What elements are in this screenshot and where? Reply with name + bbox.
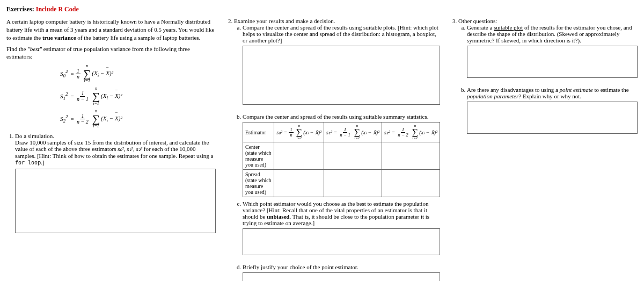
th-s1: s₁² = 1n − 1 n∑i=1 (xᵢ − x̄)² <box>324 123 382 142</box>
cell-spread-s0[interactable] <box>274 170 324 197</box>
term-open: (X <box>101 92 106 99</box>
f-num: 1 <box>401 127 406 133</box>
cell-spread-s1[interactable] <box>324 170 382 197</box>
formula-block: S02 = 1n n∑i=1 (Xi − X)² S12 = 1n − 1 n∑… <box>60 64 216 128</box>
q3b-input[interactable] <box>467 102 638 134</box>
term-minus: − <box>108 92 115 99</box>
eq: = <box>70 70 74 77</box>
stat-table: Estimator s₀² = 1n n∑i=1 (xᵢ − x̄)² <box>243 122 440 197</box>
s-bot: i=1 <box>296 136 302 140</box>
page-title: Exercises: Include R Code <box>6 5 638 13</box>
th-s2: s₂² = 1n − 2 n∑i=1 (xᵢ − x̄)² <box>382 123 440 142</box>
th-s0: s₀² = 1n n∑i=1 (xᵢ − x̄)² <box>274 123 324 142</box>
s0-sup: 2 <box>65 69 68 74</box>
q3b-b: to estimate the <box>593 87 629 93</box>
sum-bot: i=1 <box>84 79 90 83</box>
q1-code-input[interactable] <box>15 169 216 233</box>
q1-s0: s₀² <box>118 146 124 152</box>
q3a-input[interactable] <box>467 46 638 78</box>
question-2-list: Examine your results and make a decision… <box>225 18 440 281</box>
sum-bot: i=1 <box>93 124 99 128</box>
cell-center-s0[interactable] <box>274 142 324 170</box>
cell-center-s1[interactable] <box>324 142 382 170</box>
f-den: n − 1 <box>339 133 352 138</box>
sigma-icon: ∑ <box>92 113 100 124</box>
q2b: Compare the center and spread of the res… <box>243 113 440 197</box>
frac-den: n − 2 <box>76 119 90 125</box>
q3a: Generate a suitable plot of the results … <box>467 24 638 83</box>
q3b-em2: population parameter <box>467 93 518 99</box>
est-s1-lhs: s₁² = <box>326 129 337 135</box>
q3b-em1: point estimate <box>560 87 593 93</box>
q1-mono: for loop <box>15 160 41 165</box>
table-row-header: Estimator s₀² = 1n n∑i=1 (xᵢ − x̄)² <box>243 123 440 142</box>
q2c: Which point estimator would you choose a… <box>243 200 440 261</box>
est-s0-lhs: s₀² = <box>276 129 287 135</box>
q3a-a: Generate a <box>467 24 494 31</box>
q1-s2: s₂² <box>136 146 142 152</box>
sigma-icon: ∑ <box>83 68 91 79</box>
frac-den: n <box>76 74 80 80</box>
f-num: 1 <box>289 127 294 133</box>
question-2: Examine your results and make a decision… <box>234 18 440 281</box>
eq: = <box>70 116 74 122</box>
q3-sublist: Generate a suitable plot of the results … <box>458 24 638 139</box>
row-center-label: Center (state which measure you used) <box>243 142 274 170</box>
table-row-spread: Spread (state which measure you used) <box>243 170 440 197</box>
s-bot: i=1 <box>354 136 360 140</box>
intro-text-1b: of the battery life using a sample of la… <box>76 34 201 41</box>
q2a-text: Compare the center and spread of the res… <box>243 24 438 44</box>
cell-center-s2[interactable] <box>382 142 440 170</box>
q2d: Briefly justify your choice of the point… <box>243 264 440 281</box>
q2a: Compare the center and spread of the res… <box>243 24 440 110</box>
q2c-input[interactable] <box>243 228 440 255</box>
sigma-icon: ∑ <box>354 128 360 136</box>
s2-sup: 2 <box>65 114 68 119</box>
q1-s1: s₁² <box>127 146 133 152</box>
title-suffix: Include R Code <box>36 5 79 13</box>
formula-s1: S12 = 1n − 1 n∑i=1 (Xi − X)² <box>60 87 216 106</box>
q2b-text: Compare the center and spread of the res… <box>243 113 428 120</box>
sum-bot: i=1 <box>93 102 99 106</box>
q1-label: Do a simulation. <box>15 133 54 139</box>
q2c-bold: unbiased <box>267 213 289 220</box>
term-xbar: X <box>115 92 119 99</box>
s1-sup: 2 <box>65 91 68 97</box>
column-right: Other questions: Generate a suitable plo… <box>450 18 638 281</box>
title-prefix: Exercises: <box>6 5 34 13</box>
intro-paragraph-2: Find the "best" estimator of true popula… <box>6 45 216 61</box>
est-term: (xᵢ − x̄)² <box>303 129 321 135</box>
intro-paragraph-1: A certain laptop computer battery is his… <box>6 18 216 42</box>
question-3-list: Other questions: Generate a suitable plo… <box>450 18 638 139</box>
term-close: )² <box>109 70 113 76</box>
q3a-u: suitable plot <box>494 24 523 31</box>
column-middle: Examine your results and make a decision… <box>225 18 440 281</box>
sigma-icon: ∑ <box>92 91 100 102</box>
f-den: n − 2 <box>397 133 409 138</box>
f-den: n <box>289 133 294 138</box>
q3b-a: Are there any disadvantages to using a <box>467 87 560 93</box>
term-minus: − <box>108 115 115 121</box>
q1-desc-c: .] <box>41 159 44 165</box>
sigma-icon: ∑ <box>296 128 302 136</box>
est-term: (xᵢ − x̄)² <box>419 129 437 135</box>
question-1: Do a simulation. Draw 10,000 samples of … <box>15 133 216 234</box>
est-term: (xᵢ − x̄)² <box>361 129 379 135</box>
s-bot: i=1 <box>412 136 418 140</box>
q2a-input[interactable] <box>243 46 440 105</box>
intro-bold: true variance <box>42 34 76 41</box>
question-3: Other questions: Generate a suitable plo… <box>458 18 638 139</box>
table-row-center: Center (state which measure you used) <box>243 142 440 170</box>
q2d-input[interactable] <box>243 272 440 281</box>
column-left: A certain laptop computer battery is his… <box>6 18 216 281</box>
sigma-icon: ∑ <box>412 128 418 136</box>
q2-label: Examine your results and make a decision… <box>234 18 335 24</box>
q3b: Are there any disadvantages to using a p… <box>467 87 638 139</box>
question-1-list: Do a simulation. Draw 10,000 samples of … <box>6 133 216 234</box>
intro-text-2a: Find the <box>6 46 27 52</box>
frac-den: n − 1 <box>76 97 90 102</box>
content-columns: A certain laptop computer battery is his… <box>6 18 638 281</box>
q2-sublist: Compare the center and spread of the res… <box>234 24 440 281</box>
intro-em: "best" <box>27 46 42 52</box>
cell-spread-s2[interactable] <box>382 170 440 197</box>
